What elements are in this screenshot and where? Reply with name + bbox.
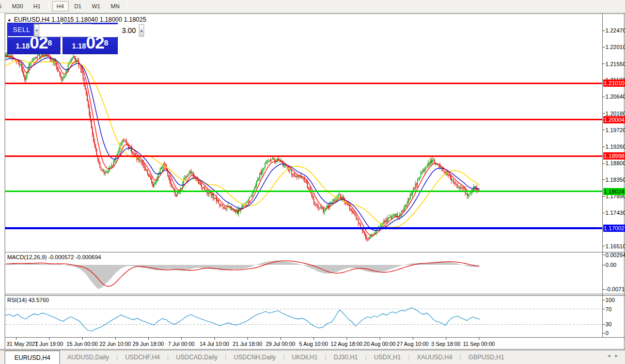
price-tick: 1.16510: [605, 243, 625, 249]
price-tick: 1.20640: [605, 93, 625, 100]
rsi-level-lines: [5, 309, 602, 324]
chart-tab[interactable]: USDCAD,Daily: [169, 351, 225, 364]
macd-tick: 0.002947: [605, 252, 625, 258]
rsi-tick: 0: [605, 330, 608, 336]
price-tick: 1.20180: [605, 110, 625, 117]
macd-indicator: [6, 261, 479, 289]
date-tick-label: 21 Jul 18:00: [232, 341, 262, 347]
chart-symbol-header: ▲EURUSD,H4 1.18015 1.18040 1.18000 1.180…: [7, 16, 146, 23]
hline-price-label: 1.20004: [603, 116, 625, 123]
rsi-tick: 70: [605, 306, 612, 312]
macd-tick: -0.007151: [605, 286, 625, 292]
date-tick-label: 14 Jul 10:00: [199, 341, 229, 347]
collapse-arrow-icon[interactable]: ▲: [7, 18, 11, 22]
mt4-window: 5M30H1H4D1W1MN ▲EURUSD,H4 1.18015 1.1804…: [0, 0, 625, 364]
tab-scroll-arrows[interactable]: ◄►: [606, 353, 622, 358]
chart-tab-active[interactable]: EURUSD,H4: [5, 351, 60, 364]
hline-price-label: 1.18024: [603, 188, 625, 195]
price-tick: 1.17430: [605, 210, 625, 216]
price-tick: 1.22010: [605, 44, 625, 50]
chart-tab[interactable]: DJ30,H1: [326, 351, 365, 364]
moving-average: [5, 60, 479, 228]
candlesticks: [5, 51, 479, 242]
price-tick: 1.21550: [605, 61, 625, 67]
chart-tab[interactable]: GBPUSD,H1: [461, 351, 511, 364]
date-tick-label: 7 Jul 00:00: [168, 341, 194, 347]
hline-price-label: 1.21010: [603, 80, 625, 87]
rsi-tick: 30: [605, 321, 612, 327]
axis-ticks: [16, 30, 605, 340]
date-tick-label: 27 Aug 10:00: [397, 341, 429, 347]
date-tick-label: 29 Jun 18:00: [133, 341, 164, 347]
date-tick-label: 29 Jul 00:00: [265, 341, 295, 347]
date-tick-label: 5 Aug 10:00: [299, 341, 328, 347]
date-tick-label: 12 Aug 18:00: [331, 341, 363, 347]
chart-tab[interactable]: UKOil,H1: [285, 351, 325, 364]
hline-price-label: 1.17002: [603, 225, 625, 232]
date-tick-label: 22 Jun 10:00: [100, 341, 131, 347]
rsi-tick: 100: [605, 297, 615, 303]
volume-input[interactable]: [39, 24, 139, 37]
chart-tab[interactable]: USDCNH,Daily: [226, 351, 283, 364]
chart-tab[interactable]: USDCHF,H4: [118, 351, 167, 364]
chart-tab-bar: EURUSD,H4AUDUSD,Daily|USDCHF,H4|USDCAD,D…: [0, 350, 625, 364]
pane-borders: [0, 13, 625, 350]
chart-tab[interactable]: AUDUSD,Daily: [60, 351, 116, 364]
chart-tab[interactable]: USDX,H1: [367, 351, 408, 364]
date-tick-label: 31 May 2021: [7, 341, 38, 347]
date-tick-label: 3 Sep 18:00: [431, 341, 461, 347]
price-tick: 1.19260: [605, 144, 625, 150]
volume-decrease-button[interactable]: ▼: [34, 24, 39, 37]
macd-label: MACD(12,26,9) -0.000572 -0.000694: [7, 254, 101, 260]
chart-tab[interactable]: XAUUSD,H4: [410, 351, 460, 364]
chart-canvas[interactable]: [0, 0, 625, 364]
rsi-line: [5, 308, 480, 331]
price-tick: 1.19720: [605, 127, 625, 133]
sell-button[interactable]: SELL: [8, 26, 36, 34]
tab-scroll-left-icon[interactable]: ◄: [606, 353, 614, 358]
price-tick: 1.18350: [605, 177, 625, 183]
macd-tick: 0.00: [605, 262, 616, 268]
date-tick-label: 15 Jun 00:00: [67, 341, 98, 347]
volume-spinner: ▼ ▲: [34, 24, 91, 37]
hline-price-label: 1.18998: [603, 152, 625, 160]
date-tick-label: 20 Aug 00:00: [364, 341, 396, 347]
ohlc-text: EURUSD,H4 1.18015 1.18040 1.18000 1.1802…: [14, 16, 146, 23]
date-tick-label: 7 Jun 19:00: [35, 341, 64, 347]
one-click-trading-panel: SELL 1.18028 BUY 1.18028 ▼ ▲: [7, 23, 118, 54]
sell-price-prefix: 1.18: [15, 42, 29, 50]
buy-price-pip: 8: [104, 38, 108, 47]
tab-scroll-right-icon[interactable]: ►: [614, 353, 622, 358]
price-tick: 1.22470: [605, 27, 625, 34]
buy-price-prefix: 1.18: [72, 42, 86, 50]
sell-price-pip: 8: [48, 38, 52, 47]
volume-increase-button[interactable]: ▲: [139, 24, 144, 37]
price-tick: 1.18800: [605, 160, 625, 166]
rsi-label: RSI(14) 43.5760: [7, 297, 49, 303]
date-tick-label: 11 Sep 00:00: [463, 341, 495, 347]
